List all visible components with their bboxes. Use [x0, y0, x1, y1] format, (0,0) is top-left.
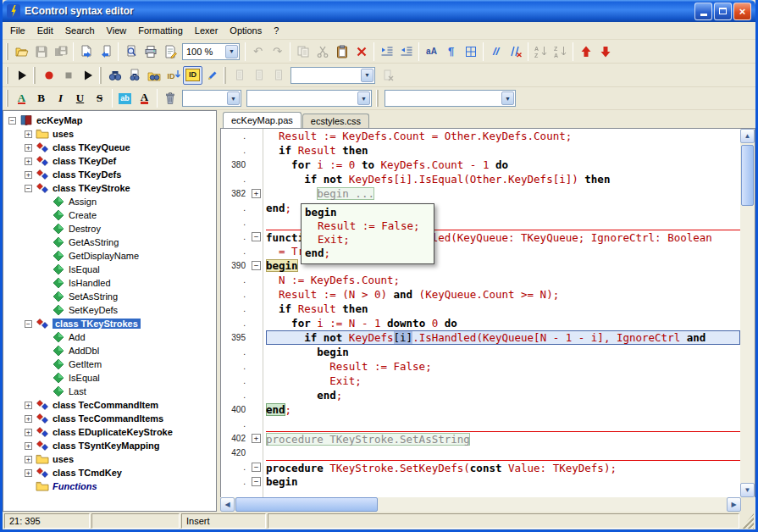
toolbar-grip[interactable] [6, 90, 8, 107]
chevron-down-icon[interactable]: ▼ [501, 91, 514, 105]
paste-button[interactable] [332, 42, 351, 61]
tree-toggle[interactable]: + [25, 402, 32, 409]
code-line[interactable]: begin [266, 345, 740, 359]
tree-toggle[interactable]: + [25, 456, 32, 463]
italic-button[interactable]: I [51, 89, 70, 108]
save-button[interactable] [31, 42, 51, 61]
code-line[interactable]: for i := 0 to KeyDefs.Count - 1 do [266, 158, 740, 172]
print-preview-button[interactable] [121, 42, 141, 61]
tree-item-class-tkeydef[interactable]: +class TKeyDef [3, 154, 216, 168]
tree-item-setkeydefs[interactable]: SetKeyDefs [3, 303, 216, 317]
tree-item-class-eduplicatekeystroke[interactable]: +class EDuplicateKeyStroke [3, 425, 216, 439]
font-name-combo[interactable]: ▼ [246, 90, 372, 107]
clear-formatting-button[interactable] [160, 89, 180, 108]
search-template-combo[interactable]: ▼ [290, 67, 375, 84]
indent-button[interactable] [377, 42, 396, 61]
tree-item-class-teccommanditem[interactable]: +class TecCommandItem [3, 398, 216, 412]
comment-button[interactable]: // [486, 42, 506, 61]
strikethrough-button[interactable]: S [90, 89, 109, 108]
tree-item-uses[interactable]: +uses [3, 452, 216, 466]
tree-toggle[interactable]: + [25, 144, 32, 152]
scroll-right-button[interactable]: ▶ [727, 497, 741, 512]
horizontal-scroll-thumb[interactable] [235, 497, 378, 512]
fold-collapse-icon[interactable]: − [252, 261, 261, 270]
tree-toggle[interactable]: + [25, 429, 32, 436]
tree-item-getitem[interactable]: GetItem [3, 357, 216, 371]
menu-search[interactable]: Search [59, 23, 101, 38]
move-line-down-button[interactable] [595, 42, 615, 61]
tree-item-last[interactable]: Last [3, 385, 216, 398]
tree-item-eckeymap[interactable]: −ecKeyMap [3, 114, 216, 127]
code-line[interactable]: if Result then [266, 143, 740, 158]
code-line[interactable] [266, 446, 740, 460]
resize-grip[interactable] [741, 513, 754, 529]
fold-collapse-icon[interactable]: − [252, 477, 261, 486]
record-macro-button[interactable] [39, 66, 58, 85]
play-button[interactable] [12, 66, 31, 85]
menu-lexer[interactable]: Lexer [189, 23, 224, 38]
text-style-combo[interactable]: ▼ [385, 90, 516, 107]
toolbar-grip[interactable] [224, 67, 226, 84]
close-button[interactable]: × [733, 3, 751, 20]
goto-id-button[interactable]: ID [163, 66, 183, 85]
toolbar-grip[interactable] [376, 90, 379, 107]
horizontal-scrollbar[interactable]: ◀ ▶ [220, 497, 741, 512]
code-line[interactable]: Result := KeyDefs.Count = Other.KeyDefs.… [266, 129, 740, 143]
tree-toggle[interactable]: − [25, 185, 32, 192]
stop-macro-button[interactable] [58, 66, 78, 85]
tree-item-assign[interactable]: Assign [3, 195, 216, 208]
bookmark-toggle-button[interactable] [230, 66, 249, 85]
fold-expand-icon[interactable]: + [252, 434, 261, 443]
tree-toggle[interactable]: + [25, 469, 32, 477]
run-macro-button[interactable] [78, 66, 97, 85]
tree-item-destroy[interactable]: Destroy [3, 222, 216, 236]
bookmark-prev-button[interactable] [249, 66, 268, 85]
code-line[interactable]: N := KeyDefs.Count; [266, 273, 740, 287]
underline-button[interactable]: U [70, 89, 90, 108]
save-all-button[interactable] [51, 42, 70, 61]
tree-toggle[interactable]: + [25, 130, 32, 138]
code-line[interactable]: for i := N - 1 downto 0 do [266, 316, 740, 330]
code-line[interactable]: if not KeyDefs[i].IsEqual(Other.KeyDefs[… [266, 172, 740, 186]
menu-formatting[interactable]: Formatting [132, 23, 189, 38]
redo-button[interactable]: ↷ [268, 42, 287, 61]
tree-item-class-tkeystrokes[interactable]: −class TKeyStrokes [3, 317, 216, 330]
properties-button[interactable] [160, 42, 180, 61]
sort-ascending-button[interactable]: AZ [531, 42, 551, 61]
toolbar-grip[interactable] [99, 67, 102, 84]
undo-button[interactable]: ↶ [248, 42, 268, 61]
find-in-files-button[interactable] [144, 66, 163, 85]
tree-toggle[interactable]: + [25, 171, 32, 179]
toolbar-grip[interactable] [6, 67, 8, 84]
tree-toggle[interactable]: + [25, 442, 32, 450]
tree-toggle[interactable]: + [25, 158, 32, 165]
text-case-button[interactable]: aA [422, 42, 441, 61]
code-line[interactable] [266, 417, 740, 431]
tree-toggle[interactable]: − [8, 117, 16, 125]
chevron-down-icon[interactable]: ▼ [357, 91, 370, 105]
tree-item-class-tkeydefs[interactable]: +class TKeyDefs [3, 168, 216, 181]
id-list-button[interactable]: ID [183, 66, 202, 85]
menu-view[interactable]: View [101, 23, 133, 38]
uncomment-button[interactable] [506, 42, 525, 61]
code-line-current[interactable]: if not KeyDefs[i].IsHandled(KeyQueue[N -… [266, 330, 740, 345]
toolbar-grip[interactable] [6, 43, 8, 60]
code-line[interactable]: end; [266, 402, 740, 417]
menu-options[interactable]: Options [224, 23, 268, 38]
fold-collapse-icon[interactable]: − [252, 232, 261, 241]
open-button[interactable] [12, 42, 31, 61]
tree-item-isequal[interactable]: IsEqual [3, 371, 216, 385]
code-line[interactable]: Result := (N > 0) and (KeyQueue.Count >=… [266, 287, 740, 302]
code-line[interactable]: Result := False; [266, 359, 740, 374]
menu-help[interactable]: ? [268, 23, 285, 38]
tree-item-ishandled[interactable]: IsHandled [3, 276, 216, 290]
vertical-scroll-thumb[interactable] [741, 145, 754, 206]
cut-button[interactable] [313, 42, 332, 61]
print-button[interactable] [141, 42, 160, 61]
outdent-button[interactable] [396, 42, 416, 61]
font-size-combo[interactable]: ▼ [182, 90, 241, 107]
tree-item-uses[interactable]: +uses [3, 127, 216, 141]
delete-button[interactable] [351, 42, 371, 61]
quick-edit-button[interactable] [202, 66, 222, 85]
show-paragraphs-button[interactable]: ¶ [441, 42, 461, 61]
